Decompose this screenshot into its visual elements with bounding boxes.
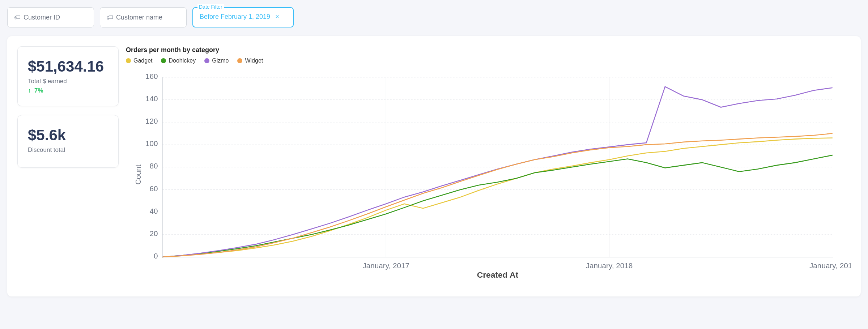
svg-text:60: 60 (149, 184, 158, 193)
discount-total-value: $5.6k (28, 127, 66, 144)
chart-panel: Orders per month by category Gadget Dooh… (126, 46, 851, 286)
date-filter-value: Before February 1, 2019 (200, 13, 270, 21)
tag-icon-2: 🏷 (107, 14, 113, 21)
svg-text:120: 120 (145, 117, 158, 125)
customer-name-filter[interactable]: 🏷 Customer name (100, 7, 187, 27)
date-filter-pill[interactable]: Date Filter Before February 1, 2019 × (192, 7, 294, 27)
total-earned-label: Total $ earned (28, 78, 67, 85)
svg-text:160: 160 (145, 72, 158, 80)
svg-text:80: 80 (149, 162, 158, 170)
customer-id-filter[interactable]: 🏷 Customer ID (7, 7, 94, 27)
discount-total-label: Discount total (28, 146, 65, 154)
date-filter-label: Date Filter (197, 4, 224, 10)
tag-icon: 🏷 (14, 14, 21, 21)
svg-text:20: 20 (149, 229, 158, 238)
svg-text:Count: Count (134, 164, 142, 184)
svg-text:140: 140 (145, 94, 158, 103)
chart-svg: 0 20 40 60 80 100 120 140 160 Count Janu… (126, 70, 851, 279)
svg-text:January, 2018: January, 2018 (586, 261, 633, 270)
metrics-panel: $51,634.16 Total $ earned ↑ 7% $5.6k Dis… (17, 46, 119, 286)
legend-label-gizmo: Gizmo (212, 57, 229, 64)
line-gizmo (162, 87, 833, 257)
svg-text:Created At: Created At (477, 270, 519, 279)
top-bar: 🏷 Customer ID 🏷 Customer name Date Filte… (7, 7, 861, 27)
total-earned-value: $51,634.16 (28, 58, 104, 75)
svg-text:January, 2017: January, 2017 (362, 261, 409, 270)
legend-dot-gizmo (204, 58, 209, 63)
legend-gizmo: Gizmo (204, 57, 229, 64)
line-gadget (162, 138, 833, 257)
legend-gadget: Gadget (126, 57, 152, 64)
legend-doohickey: Doohickey (161, 57, 196, 64)
metric-card-discount-total: $5.6k Discount total (17, 115, 119, 168)
line-widget (162, 133, 833, 257)
svg-text:0: 0 (154, 252, 158, 260)
chart-area: 0 20 40 60 80 100 120 140 160 Count Janu… (126, 70, 851, 286)
date-filter-clear-button[interactable]: × (275, 13, 279, 21)
legend-widget: Widget (237, 57, 263, 64)
line-doohickey (162, 155, 833, 257)
legend-label-widget: Widget (245, 57, 263, 64)
legend-label-doohickey: Doohickey (169, 57, 196, 64)
chart-title: Orders per month by category (126, 46, 851, 54)
svg-text:40: 40 (149, 207, 158, 215)
legend-dot-doohickey (161, 58, 166, 63)
main-content: $51,634.16 Total $ earned ↑ 7% $5.6k Dis… (7, 36, 861, 296)
total-earned-trend: ↑ 7% (28, 87, 43, 94)
customer-id-label: Customer ID (24, 14, 60, 21)
metric-card-total-earned: $51,634.16 Total $ earned ↑ 7% (17, 46, 119, 106)
legend-dot-widget (237, 58, 242, 63)
legend-dot-gadget (126, 58, 131, 63)
legend-label-gadget: Gadget (133, 57, 152, 64)
chart-legend: Gadget Doohickey Gizmo Widget (126, 57, 851, 64)
customer-name-label: Customer name (116, 14, 162, 21)
svg-text:January, 2019: January, 2019 (809, 261, 851, 270)
svg-text:100: 100 (145, 139, 158, 148)
